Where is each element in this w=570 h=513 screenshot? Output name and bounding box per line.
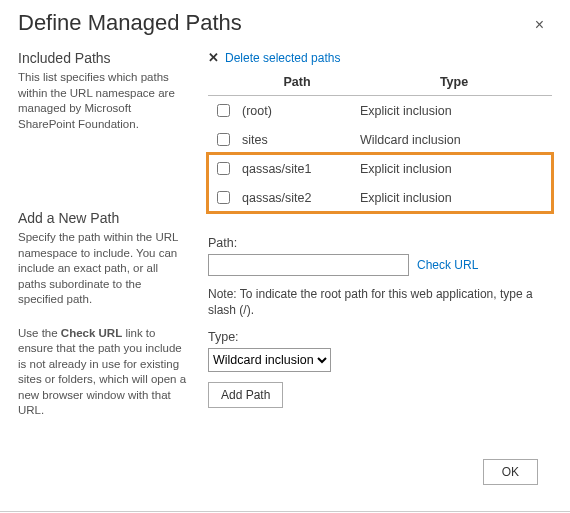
table-row: qassas/site2Explicit inclusion bbox=[208, 183, 552, 212]
table-row: (root)Explicit inclusion bbox=[208, 96, 552, 126]
row-checkbox[interactable] bbox=[217, 104, 230, 117]
delete-selected-link[interactable]: Delete selected paths bbox=[225, 51, 340, 65]
row-path: sites bbox=[238, 125, 356, 154]
col-check bbox=[208, 69, 238, 96]
dialog-title: Define Managed Paths bbox=[18, 10, 560, 36]
dialog-divider bbox=[0, 511, 570, 512]
ok-button[interactable]: OK bbox=[483, 459, 538, 485]
row-path: (root) bbox=[238, 96, 356, 126]
row-checkbox[interactable] bbox=[217, 191, 230, 204]
table-row: sitesWildcard inclusion bbox=[208, 125, 552, 154]
row-type: Explicit inclusion bbox=[356, 154, 552, 183]
root-path-note: Note: To indicate the root path for this… bbox=[208, 286, 552, 318]
row-checkbox[interactable] bbox=[217, 133, 230, 146]
delete-selected-action[interactable]: ✕ Delete selected paths bbox=[208, 50, 552, 65]
text-fragment: link to ensure that the path you include… bbox=[18, 327, 186, 417]
add-path-button[interactable]: Add Path bbox=[208, 382, 283, 408]
left-panel: Included Paths This list specifies which… bbox=[18, 50, 188, 437]
text-fragment-bold: Check URL bbox=[61, 327, 122, 339]
row-type: Wildcard inclusion bbox=[356, 125, 552, 154]
close-icon[interactable]: × bbox=[535, 16, 544, 34]
included-paths-description: This list specifies which paths within t… bbox=[18, 70, 188, 132]
type-select[interactable]: Wildcard inclusionExplicit inclusion bbox=[208, 348, 331, 372]
path-label: Path: bbox=[208, 236, 552, 250]
row-type: Explicit inclusion bbox=[356, 96, 552, 126]
add-new-path-description-1: Specify the path within the URL namespac… bbox=[18, 230, 188, 308]
col-path: Path bbox=[238, 69, 356, 96]
paths-table: Path Type (root)Explicit inclusionsitesW… bbox=[208, 69, 552, 212]
included-paths-heading: Included Paths bbox=[18, 50, 188, 66]
check-url-link[interactable]: Check URL bbox=[417, 258, 478, 272]
add-new-path-description-2: Use the Check URL link to ensure that th… bbox=[18, 326, 188, 419]
table-row: qassas/site1Explicit inclusion bbox=[208, 154, 552, 183]
define-managed-paths-dialog: × Define Managed Paths Included Paths Th… bbox=[10, 8, 560, 503]
add-path-form: Path: Check URL Note: To indicate the ro… bbox=[208, 236, 552, 408]
col-type: Type bbox=[356, 69, 552, 96]
delete-icon: ✕ bbox=[208, 50, 219, 65]
row-path: qassas/site2 bbox=[238, 183, 356, 212]
row-type: Explicit inclusion bbox=[356, 183, 552, 212]
row-path: qassas/site1 bbox=[238, 154, 356, 183]
add-new-path-heading: Add a New Path bbox=[18, 210, 188, 226]
row-checkbox[interactable] bbox=[217, 162, 230, 175]
right-panel: ✕ Delete selected paths Path Type (root)… bbox=[208, 50, 552, 437]
path-input[interactable] bbox=[208, 254, 409, 276]
type-label: Type: bbox=[208, 330, 552, 344]
text-fragment: Use the bbox=[18, 327, 61, 339]
